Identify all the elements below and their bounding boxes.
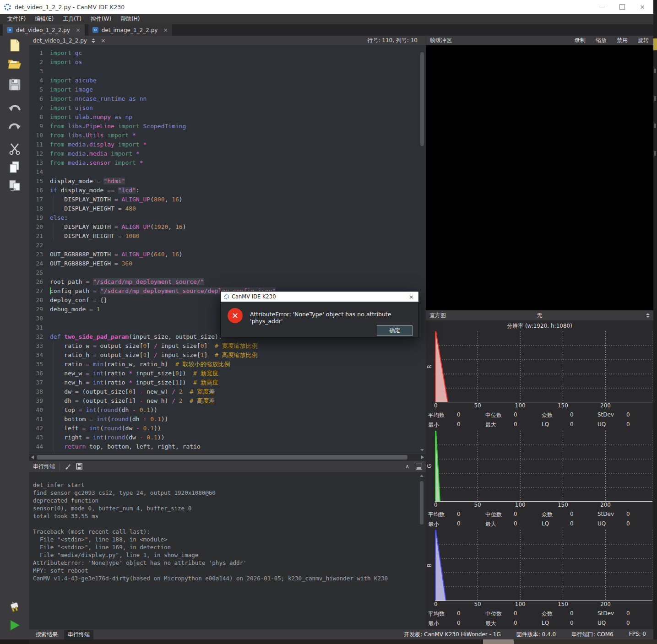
stat-value: 0 xyxy=(514,610,517,617)
paste-button[interactable] xyxy=(6,177,23,194)
window-title: det_video_1_2_2.py - CanMV IDE K230 xyxy=(15,4,125,11)
file-tab[interactable]: det_video_1_2_2.py× xyxy=(3,24,85,36)
stats-row: 最小0最大0LQ0UQ0 xyxy=(426,420,653,430)
menu-item[interactable]: 工具(T) xyxy=(58,14,86,24)
line-number: 6 xyxy=(29,94,47,103)
bottom-tab[interactable]: 串行终端 xyxy=(64,630,93,639)
code-text: new_w = int(ratio * input_size[0]) # 新宽度 xyxy=(47,369,218,378)
framebuffer-button[interactable]: 录制 xyxy=(575,37,586,44)
menu-bar: 文件(F)编辑(E)工具(T)控件(W)帮助(H) xyxy=(0,14,653,24)
line-number: 13 xyxy=(29,158,47,168)
stat-value: 0 xyxy=(626,411,630,418)
tab-close-icon[interactable]: × xyxy=(163,27,168,33)
line-number: 32 xyxy=(29,332,47,341)
run-button[interactable] xyxy=(6,617,23,634)
tick-label: 50 xyxy=(474,502,481,508)
menu-item[interactable]: 帮助(H) xyxy=(116,14,144,24)
code-text: OUT_RGB888P_WIDTH = ALIGN_UP(640, 16) xyxy=(47,250,183,259)
close-button[interactable]: × xyxy=(632,0,652,13)
histogram-source-select[interactable]: 无 xyxy=(426,312,653,319)
x-axis-ticks: 050100150200 xyxy=(435,502,652,509)
collapse-terminal-icon[interactable]: ∧ xyxy=(405,463,409,470)
scroll-right-icon[interactable] xyxy=(421,455,424,459)
code-line: 37 new_h = int(ratio * input_size[1]) # … xyxy=(29,378,426,387)
framebuffer-button[interactable]: 缩放 xyxy=(596,37,607,44)
code-text: import aicube xyxy=(47,76,97,85)
editor-close-icon[interactable]: × xyxy=(101,37,106,44)
framebuffer-button[interactable]: 旋转 xyxy=(638,37,649,44)
save-button[interactable] xyxy=(6,76,23,93)
stat-value: 0 xyxy=(514,411,517,418)
code-editor[interactable]: 1import gc2import os34import aicube5impo… xyxy=(29,46,426,453)
file-tab-label: det_video_1_2_2.py xyxy=(16,27,70,33)
tick-label: 0 xyxy=(434,502,438,508)
code-line: 16if display_mode == "lcd": xyxy=(29,186,426,195)
line-number: 14 xyxy=(29,168,47,177)
panel-layout-icon[interactable] xyxy=(416,464,422,470)
dialog-close-icon[interactable]: × xyxy=(409,293,414,300)
code-line: 44 return top, bottom, left, right, rati… xyxy=(29,442,426,451)
channel-label-b: B xyxy=(426,560,433,571)
code-text xyxy=(47,314,50,323)
code-line: 25 xyxy=(29,268,426,277)
stat-value: 0 xyxy=(457,421,461,428)
code-text: ratio_w = output_size[0] / input_size[0]… xyxy=(47,341,258,351)
code-text: display_mode = "hdmi" xyxy=(47,177,125,186)
code-line: 33 ratio_w = output_size[0] / input_size… xyxy=(29,341,426,351)
save-log-icon[interactable] xyxy=(76,463,82,470)
file-selector-dropdown-icon[interactable] xyxy=(92,38,95,43)
menu-item[interactable]: 控件(W) xyxy=(86,14,116,24)
ok-button[interactable]: 确定 xyxy=(377,325,413,336)
copy-button[interactable] xyxy=(6,158,23,176)
tick-label: 150 xyxy=(558,601,568,607)
undo-button[interactable] xyxy=(6,101,23,118)
tick-label: 200 xyxy=(600,601,611,607)
open-file-selector[interactable]: det_video_1_2_2.py xyxy=(33,38,87,44)
connect-button[interactable] xyxy=(6,598,23,616)
terminal-line: det_infer start xyxy=(33,481,426,489)
open-folder-button[interactable] xyxy=(6,55,23,72)
stat-value: 0 xyxy=(514,421,517,428)
histogram-section-b: B050100150200平均数0中位数0众数0StDev0最小0最大0LQ0U… xyxy=(426,530,653,629)
code-line: 11from media.display import * xyxy=(29,140,426,149)
terminal-scrollbar[interactable] xyxy=(419,474,424,628)
stat-value: 0 xyxy=(457,511,461,517)
serial-terminal[interactable]: det_infer startfind sensor gc2093_csi2, … xyxy=(29,472,426,629)
python-file-icon xyxy=(7,27,13,33)
framebuffer-button[interactable]: 禁用 xyxy=(617,37,628,44)
code-text: from media.media import * xyxy=(47,149,140,158)
stat-value: 0 xyxy=(570,411,574,418)
tick-label: 150 xyxy=(558,402,568,409)
code-line: 26root_path = "/sdcard/mp_deployment_sou… xyxy=(29,277,426,287)
scroll-left-icon[interactable] xyxy=(31,455,34,459)
python-file-icon xyxy=(92,27,98,33)
redo-button[interactable] xyxy=(6,119,23,136)
code-text: import nncase_runtime as nn xyxy=(47,94,147,103)
maximize-button[interactable] xyxy=(612,0,632,13)
minimize-button[interactable] xyxy=(592,0,612,13)
code-text: DISPLAY_WIDTH = ALIGN_UP(800, 16) xyxy=(47,195,183,204)
tab-close-icon[interactable]: × xyxy=(76,27,81,33)
terminal-line: Traceback (most recent call last): xyxy=(33,528,426,536)
x-axis-ticks: 050100150200 xyxy=(435,601,652,608)
bottom-tab[interactable]: 搜索结果 xyxy=(32,630,61,639)
line-number: 35 xyxy=(29,360,47,369)
line-number: 39 xyxy=(29,396,47,406)
code-line: 15display_mode = "hdmi" xyxy=(29,177,426,186)
editor-vertical-scrollbar[interactable] xyxy=(419,46,425,453)
menu-item[interactable]: 文件(F) xyxy=(3,14,30,24)
stat-label: 中位数 xyxy=(485,610,502,618)
file-tab[interactable]: det_image_1_2_2.py× xyxy=(88,24,172,36)
code-text: from media.display import * xyxy=(47,140,147,149)
line-number: 31 xyxy=(29,323,47,332)
cut-button[interactable] xyxy=(6,140,23,157)
clear-terminal-icon[interactable] xyxy=(65,463,71,470)
tick-label: 150 xyxy=(558,502,568,508)
menu-item[interactable]: 编辑(E) xyxy=(30,14,58,24)
line-number: 2 xyxy=(29,58,47,67)
editor-horizontal-scrollbar[interactable] xyxy=(29,453,426,461)
code-text: DISPLAY_HEIGHT = 480 xyxy=(47,204,136,213)
line-number: 21 xyxy=(29,232,47,241)
new-file-button[interactable] xyxy=(6,37,23,54)
code-text: import ujson xyxy=(47,103,93,113)
